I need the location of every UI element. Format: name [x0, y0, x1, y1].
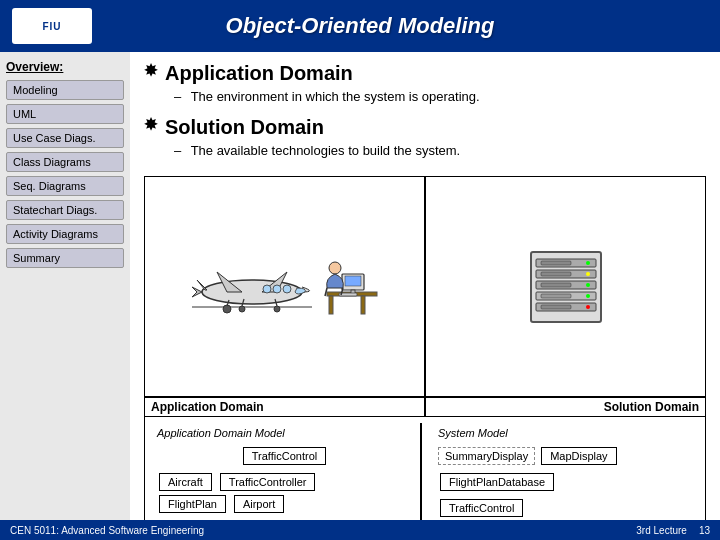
svg-point-30 — [586, 294, 590, 298]
diagram-area: Application Domain Solution Domain Appli… — [144, 176, 706, 530]
svg-rect-34 — [541, 283, 571, 287]
app-domain-label: Application Domain — [145, 398, 426, 416]
svg-point-3 — [283, 285, 291, 293]
sol-domain-section: ✸ Solution Domain – The available techno… — [144, 116, 706, 164]
summary-display-box: SummaryDisplay — [438, 447, 535, 465]
svg-rect-35 — [541, 294, 571, 298]
sol-domain-heading-row: ✸ Solution Domain — [144, 116, 706, 139]
sidebar-item-uml[interactable]: UML — [6, 104, 124, 124]
flight-plan-db-box: FlightPlanDatabase — [440, 473, 554, 491]
sidebar-item-class-diagrams[interactable]: Class Diagrams — [6, 152, 124, 172]
traffic-controller-box: TrafficController — [220, 473, 316, 491]
airport-box: Airport — [234, 495, 284, 513]
svg-point-18 — [329, 262, 341, 274]
sidebar-item-statechart-diags[interactable]: Statechart Diags. — [6, 200, 124, 220]
fiu-logo: FIU — [12, 8, 92, 44]
sol-domain-sub: – The available technologies to build th… — [174, 143, 706, 158]
app-domain-sub: – The environment in which the system is… — [174, 89, 706, 104]
svg-point-2 — [273, 285, 281, 293]
content-area: ✸ Application Domain – The environment i… — [130, 52, 720, 540]
sidebar-item-summary[interactable]: Summary — [6, 248, 124, 268]
svg-point-6 — [239, 306, 245, 312]
system-model: System Model SummaryDisplay MapDisplay F… — [430, 423, 701, 523]
svg-rect-36 — [541, 305, 571, 309]
footer-course: CEN 5011: Advanced Software Engineering — [10, 525, 204, 536]
third-row-classes: FlightPlan Airport — [157, 493, 412, 515]
footer-lecture: 3rd Lecture — [636, 525, 687, 536]
logo-area: FIU — [12, 8, 92, 44]
sol-domain-illustration — [426, 177, 705, 396]
mid-right-row: FlightPlanDatabase — [438, 471, 693, 493]
second-row-classes: Aircraft TrafficController — [157, 471, 412, 493]
bullet-star-2: ✸ — [144, 115, 157, 134]
svg-rect-12 — [329, 296, 333, 314]
bottom-right-row: TrafficControl — [438, 497, 693, 519]
svg-point-1 — [263, 285, 271, 293]
sidebar-item-use-case-diags[interactable]: Use Case Diags. — [6, 128, 124, 148]
server-rack-icon — [516, 247, 616, 327]
sidebar-item-activity-diagrams[interactable]: Activity Diagrams — [6, 224, 124, 244]
sys-model-label: System Model — [438, 427, 693, 439]
map-display-box: MapDisplay — [541, 447, 616, 465]
traffic-control-class: TrafficControl — [157, 445, 412, 467]
svg-point-29 — [586, 283, 590, 287]
svg-rect-15 — [345, 276, 361, 286]
app-domain-heading-row: ✸ Application Domain — [144, 62, 706, 85]
sidebar: Overview: Modeling UML Use Case Diags. C… — [0, 52, 130, 540]
svg-rect-32 — [541, 261, 571, 265]
diagram-labels: Application Domain Solution Domain — [145, 398, 705, 417]
app-domain-model: Application Domain Model TrafficControl … — [149, 423, 422, 523]
overview-label: Overview: — [6, 60, 124, 74]
sol-domain-label: Solution Domain — [426, 398, 705, 416]
header: FIU Object-Oriented Modeling — [0, 0, 720, 52]
flight-plan-box: FlightPlan — [159, 495, 226, 513]
traffic-control-right-box: TrafficControl — [440, 499, 523, 517]
app-domain-section: ✸ Application Domain – The environment i… — [144, 62, 706, 110]
footer-bar: CEN 5011: Advanced Software Engineering … — [0, 520, 720, 540]
airplane-icon — [187, 252, 317, 322]
traffic-control-box: TrafficControl — [243, 447, 326, 465]
svg-point-7 — [274, 306, 280, 312]
svg-rect-33 — [541, 272, 571, 276]
app-domain-model-inner: TrafficControl Aircraft TrafficControlle… — [157, 445, 412, 515]
footer-page: 13 — [699, 525, 710, 536]
person-desk-icon — [317, 252, 382, 322]
bullet-star-1: ✸ — [144, 61, 157, 80]
sol-domain-heading: Solution Domain — [165, 116, 324, 139]
svg-rect-13 — [361, 296, 365, 314]
app-domain-heading: Application Domain — [165, 62, 353, 85]
diagram-top — [145, 177, 705, 398]
app-domain-illustration — [145, 177, 426, 396]
svg-point-5 — [223, 305, 231, 313]
app-domain-model-label: Application Domain Model — [157, 427, 412, 439]
top-right-row: SummaryDisplay MapDisplay — [438, 445, 693, 467]
sidebar-item-seq-diagrams[interactable]: Seq. Diagrams — [6, 176, 124, 196]
svg-point-31 — [586, 305, 590, 309]
footer-right: 3rd Lecture 13 — [636, 525, 710, 536]
sidebar-item-modeling[interactable]: Modeling — [6, 80, 124, 100]
page-title: Object-Oriented Modeling — [226, 13, 495, 39]
svg-point-28 — [586, 272, 590, 276]
main-layout: Overview: Modeling UML Use Case Diags. C… — [0, 52, 720, 540]
diagram-bottom: Application Domain Model TrafficControl … — [145, 417, 705, 529]
aircraft-box: Aircraft — [159, 473, 212, 491]
right-classes: SummaryDisplay MapDisplay FlightPlanData… — [438, 445, 693, 519]
svg-point-27 — [586, 261, 590, 265]
